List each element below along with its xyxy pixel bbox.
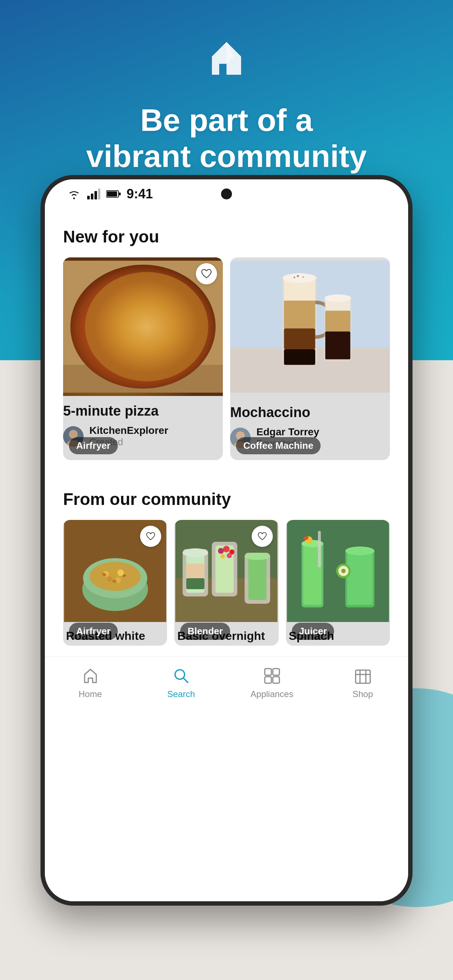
phone-content: New for you — [45, 208, 408, 901]
svg-point-10 — [93, 285, 193, 375]
svg-point-63 — [218, 548, 224, 554]
svg-rect-86 — [265, 669, 271, 675]
kitchen-explorer-name: KitchenExplorer — [89, 425, 168, 436]
signal-icon — [87, 188, 100, 199]
svg-point-16 — [115, 336, 129, 346]
svg-point-48 — [118, 570, 124, 576]
app-logo — [203, 37, 250, 84]
svg-point-9 — [88, 280, 199, 380]
granola-badge: Airfryer — [69, 623, 118, 640]
svg-point-64 — [223, 546, 230, 552]
svg-rect-6 — [119, 192, 121, 196]
home-nav-label: Home — [78, 689, 102, 699]
home-nav-icon — [80, 666, 100, 686]
coffee-badge: Coffee Machine — [236, 437, 321, 454]
svg-point-70 — [245, 553, 270, 560]
svg-point-34 — [325, 294, 351, 302]
svg-point-66 — [221, 554, 225, 558]
svg-rect-75 — [318, 531, 321, 567]
shop-nav-icon — [353, 666, 373, 686]
pizza-heart-button[interactable] — [196, 263, 217, 285]
svg-point-13 — [116, 307, 136, 325]
svg-rect-59 — [187, 578, 205, 589]
svg-rect-32 — [325, 331, 351, 359]
camera-cutout — [221, 188, 232, 199]
status-bar: 9:41 — [45, 180, 408, 208]
svg-point-35 — [297, 275, 299, 277]
community-cards: Airfryer Roasted white — [45, 520, 408, 646]
granola-card[interactable]: Airfryer Roasted white — [63, 520, 167, 646]
svg-rect-2 — [94, 191, 97, 199]
overnight-heart-button[interactable] — [252, 526, 273, 547]
nav-search[interactable]: Search — [136, 666, 226, 699]
wifi-icon — [67, 188, 81, 199]
community-title: From our community — [45, 471, 408, 520]
coffee-image — [230, 258, 390, 398]
new-for-you-title: New for you — [45, 208, 408, 258]
appliances-nav-icon — [262, 666, 282, 686]
svg-point-36 — [302, 276, 304, 278]
spinach-card[interactable]: Juicer Spinach — [286, 520, 390, 646]
status-time: 9:41 — [126, 186, 153, 202]
nav-appliances[interactable]: Appliances — [226, 666, 317, 699]
svg-point-37 — [293, 276, 295, 278]
svg-point-49 — [107, 576, 112, 582]
pizza-recipe-title: 5-minute pizza — [63, 403, 223, 419]
svg-point-11 — [98, 297, 167, 353]
overnight-card[interactable]: Blender Basic overnight — [174, 520, 278, 646]
spinach-badge: Juicer — [292, 623, 335, 640]
svg-rect-27 — [284, 328, 316, 349]
svg-rect-31 — [325, 310, 351, 331]
svg-point-45 — [90, 562, 141, 591]
home-icon — [82, 667, 99, 685]
svg-rect-79 — [347, 551, 372, 605]
heart-icon-overnight — [257, 532, 267, 541]
edgar-torrey-name: Edgar Torrey — [257, 426, 319, 438]
svg-rect-1 — [91, 194, 93, 199]
svg-point-67 — [227, 553, 232, 558]
appliances-icon — [263, 667, 281, 685]
svg-point-15 — [132, 339, 147, 349]
svg-point-33 — [283, 273, 316, 283]
search-nav-icon — [171, 666, 191, 686]
search-icon — [172, 667, 190, 685]
pizza-card[interactable]: Airfryer 5-minute pizza — [63, 258, 223, 460]
svg-rect-28 — [284, 349, 316, 365]
svg-point-17 — [81, 275, 205, 385]
svg-point-60 — [183, 548, 208, 557]
coffee-svg — [230, 258, 390, 396]
spinach-svg — [286, 520, 390, 622]
heart-icon-granola — [146, 532, 155, 541]
svg-rect-26 — [284, 301, 316, 328]
svg-rect-69 — [248, 556, 266, 600]
coffee-card[interactable]: Coffee Machine Mochaccino — [230, 258, 390, 460]
granola-heart-button[interactable] — [140, 526, 161, 547]
svg-rect-58 — [187, 564, 205, 578]
svg-rect-88 — [265, 677, 271, 683]
svg-rect-89 — [273, 677, 279, 683]
svg-point-12 — [129, 309, 185, 358]
phone-mockup: 9:41 New for you — [40, 175, 413, 905]
pizza-badge: Airfryer — [69, 437, 118, 454]
bottom-nav: Home Search — [45, 657, 408, 708]
hero-title: Be part of a vibrant community — [57, 102, 396, 174]
nav-home[interactable]: Home — [45, 666, 136, 699]
spinach-image — [286, 520, 390, 624]
coffee-recipe-title: Mochaccino — [230, 405, 390, 420]
svg-rect-18 — [63, 365, 223, 393]
svg-rect-87 — [273, 669, 279, 675]
svg-point-80 — [345, 547, 374, 555]
svg-rect-0 — [87, 196, 90, 199]
search-nav-label: Search — [167, 689, 195, 699]
svg-point-14 — [145, 317, 162, 330]
shop-icon — [354, 667, 372, 685]
community-section: From our community — [45, 471, 408, 646]
new-for-you-section: New for you — [45, 208, 408, 460]
phone-frame: 9:41 New for you — [40, 175, 413, 905]
svg-point-83 — [341, 569, 345, 573]
nav-shop[interactable]: Shop — [317, 666, 408, 699]
shop-nav-label: Shop — [353, 689, 373, 699]
svg-point-8 — [81, 275, 206, 386]
hero-section: Be part of a vibrant community — [0, 0, 453, 174]
svg-rect-90 — [356, 670, 370, 683]
